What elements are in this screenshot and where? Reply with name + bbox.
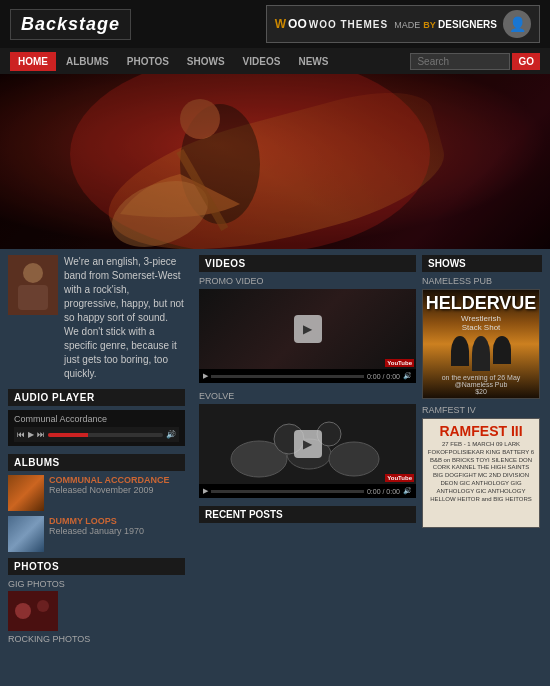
woo-badge: WOO WOO THEMES MADE BY DESIGNERS 👤 — [266, 5, 540, 43]
rocking-photos-label: ROCKING PHOTOS — [8, 634, 185, 644]
woo-logo: WOO WOO THEMES — [275, 17, 388, 31]
play-button[interactable]: ▶ — [28, 430, 34, 439]
ramfest-details: 27 FEB - 1 MARCH 09 LARK FOKOFPOLISIEKAR… — [427, 441, 535, 503]
svg-point-10 — [15, 603, 31, 619]
evolve-play-button[interactable]: ▶ — [294, 430, 322, 458]
promo-video-label: PROMO VIDEO — [199, 276, 416, 286]
promo-play-ctrl[interactable]: ▶ — [203, 372, 208, 380]
album-meta-dummy: Released January 1970 — [49, 526, 144, 536]
woo-oo: OO — [288, 17, 307, 31]
site-logo[interactable]: Backstage — [10, 9, 131, 40]
evolve-time: 0:00 / 0:00 — [367, 488, 400, 495]
prev-button[interactable]: ⏮ — [17, 430, 25, 439]
promo-video-item: PROMO VIDEO ▶ YouTube ▶ 0:00 / 0:00 🔊 — [199, 276, 416, 383]
evolve-progress-bar[interactable] — [211, 490, 364, 493]
sil-1 — [451, 336, 469, 366]
nav-news[interactable]: NEWS — [290, 52, 336, 71]
designers-label: DESIGNERS — [438, 19, 497, 30]
gig-photo-thumb[interactable] — [8, 591, 58, 631]
band-intro: We're an english, 3-piece band from Some… — [8, 255, 185, 381]
center-column: VIDEOS PROMO VIDEO ▶ YouTube ▶ 0:00 / 0:… — [193, 255, 422, 650]
nav-photos[interactable]: PHOTOS — [119, 52, 177, 71]
band-description: We're an english, 3-piece band from Some… — [64, 255, 185, 381]
evolve-video-item: EVOLVE ▶ YouTube ▶ 0:00 / 0:00 🔊 — [199, 391, 416, 498]
heldervue-poster[interactable]: HELDERVUE WrestlerishStack Shot on the e… — [422, 289, 540, 399]
volume-icon[interactable]: 🔊 — [166, 430, 176, 439]
youtube-badge: YouTube — [385, 359, 414, 367]
band-photo-svg — [8, 255, 58, 315]
evolve-volume-icon[interactable]: 🔊 — [403, 487, 412, 495]
shows-section-label: SHOWS — [422, 255, 542, 272]
nav-albums[interactable]: ALBUMS — [58, 52, 117, 71]
album-title-communal[interactable]: COMMUNAL ACCORDANCE — [49, 475, 170, 485]
album-thumb-dummy[interactable] — [8, 516, 44, 552]
left-column: We're an english, 3-piece band from Some… — [8, 255, 193, 650]
promo-video-thumb[interactable]: ▶ YouTube — [199, 289, 416, 369]
evolve-video-label: EVOLVE — [199, 391, 416, 401]
recent-posts-label: RECENT POSTS — [199, 506, 416, 523]
made-by-designers: MADE BY DESIGNERS — [394, 18, 497, 30]
ramfest-poster[interactable]: RAMFEST III 27 FEB - 1 MARCH 09 LARK FOK… — [422, 418, 540, 528]
by-label: BY — [423, 20, 438, 30]
player-bar: Communal Accordance ⏮ ▶ ⏭ 🔊 — [8, 410, 185, 446]
hero-svg — [0, 74, 550, 249]
sil-3 — [493, 336, 511, 364]
album-info-dummy: DUMMY LOOPS Released January 1970 — [49, 516, 144, 536]
svg-point-3 — [180, 99, 220, 139]
videos-section-label: VIDEOS — [199, 255, 416, 272]
svg-point-11 — [37, 600, 49, 612]
gig-photo-svg — [8, 591, 58, 631]
photos-label: PHOTOS — [8, 558, 185, 575]
track-label: Communal Accordance — [14, 414, 179, 424]
gig-photos-text: GIG PHOTOS — [8, 579, 185, 589]
albums-label: ALBUMS — [8, 454, 185, 471]
nav-shows[interactable]: SHOWS — [179, 52, 233, 71]
made-label: MADE — [394, 20, 420, 30]
nav-videos[interactable]: VIDEOS — [235, 52, 289, 71]
album-item: COMMUNAL ACCORDANCE Released November 20… — [8, 475, 185, 511]
albums-section: ALBUMS COMMUNAL ACCORDANCE Released Nove… — [8, 454, 185, 552]
show-venue-2: RAMFEST IV — [422, 405, 542, 415]
album-info-communal: COMMUNAL ACCORDANCE Released November 20… — [49, 475, 170, 495]
next-button[interactable]: ⏭ — [37, 430, 45, 439]
progress-bar[interactable] — [48, 433, 163, 437]
album-thumb-communal[interactable] — [8, 475, 44, 511]
search-button[interactable]: GO — [512, 53, 540, 70]
header: Backstage WOO WOO THEMES MADE BY DESIGNE… — [0, 0, 550, 48]
svg-point-15 — [329, 442, 379, 476]
sil-2 — [472, 336, 490, 371]
heldervue-title: HELDERVUE — [426, 294, 537, 312]
heldervue-date: on the evening of 26 May@Nameless Pub$20 — [442, 374, 521, 395]
album-title-dummy[interactable]: DUMMY LOOPS — [49, 516, 144, 526]
svg-rect-8 — [18, 285, 48, 310]
promo-progress-bar[interactable] — [211, 375, 364, 378]
promo-video-controls[interactable]: ▶ 0:00 / 0:00 🔊 — [199, 369, 416, 383]
audio-player-section: AUDIO PLAYER Communal Accordance ⏮ ▶ ⏭ 🔊 — [8, 389, 185, 446]
hero-banner — [0, 74, 550, 249]
woo-themes-text: WOO THEMES — [309, 19, 388, 30]
promo-volume-icon[interactable]: 🔊 — [403, 372, 412, 380]
svg-point-7 — [23, 263, 43, 283]
band-photo — [8, 255, 58, 315]
promo-time: 0:00 / 0:00 — [367, 373, 400, 380]
right-column: SHOWS NAMELESS PUB HELDERVUE Wrestlerish… — [422, 255, 542, 650]
search-input[interactable] — [410, 53, 510, 70]
youtube-badge-2: YouTube — [385, 474, 414, 482]
evolve-video-controls[interactable]: ▶ 0:00 / 0:00 🔊 — [199, 484, 416, 498]
audio-player-label: AUDIO PLAYER — [8, 389, 185, 406]
heldervue-subtitle: WrestlerishStack Shot — [461, 314, 501, 332]
player-controls[interactable]: ⏮ ▶ ⏭ 🔊 — [14, 427, 179, 442]
gig-photos-label: GIG PHOTOS — [8, 579, 185, 631]
evolve-play-ctrl[interactable]: ▶ — [203, 487, 208, 495]
promo-play-button[interactable]: ▶ — [294, 315, 322, 343]
album-meta-communal: Released November 2009 — [49, 485, 170, 495]
show-venue-1: NAMELESS PUB — [422, 276, 542, 286]
progress-fill — [48, 433, 88, 437]
woo-avatar: 👤 — [503, 10, 531, 38]
poster-silhouettes — [451, 336, 511, 371]
nav-home[interactable]: HOME — [10, 52, 56, 71]
album-item-dummy: DUMMY LOOPS Released January 1970 — [8, 516, 185, 552]
evolve-video-thumb[interactable]: ▶ YouTube — [199, 404, 416, 484]
main-content: We're an english, 3-piece band from Some… — [0, 249, 550, 656]
photos-section: PHOTOS GIG PHOTOS ROCKING PHOTOS — [8, 558, 185, 644]
